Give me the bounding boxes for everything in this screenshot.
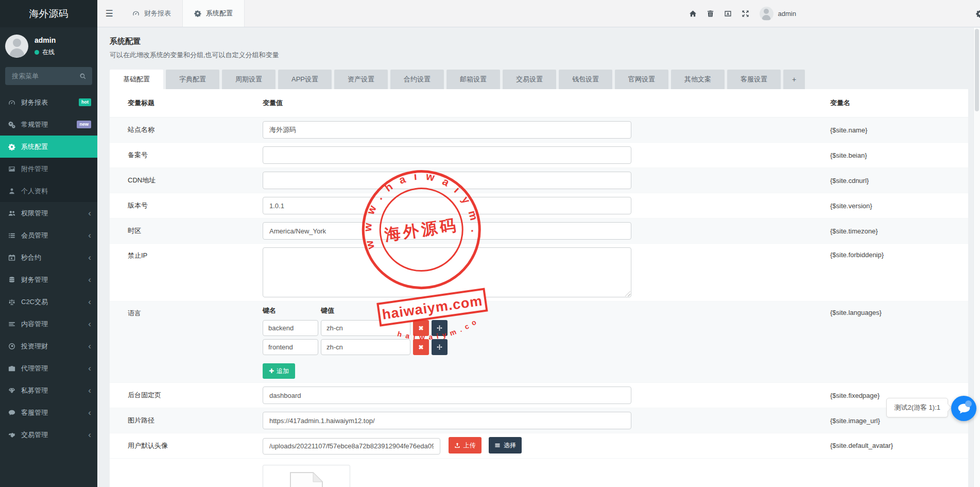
table-row: 备案号 {$site.beian} [110, 143, 968, 168]
sidebar-item-permissions[interactable]: 权限管理 ‹ [0, 202, 97, 224]
sidebar-username: admin [35, 36, 56, 44]
field-label: CDN地址 [128, 176, 263, 185]
scrollbar-thumb[interactable] [975, 29, 979, 111]
sidebar-item-attachments[interactable]: 附件管理 [0, 158, 97, 180]
page-subtitle: 可以在此增改系统的变量和分组,也可以自定义分组和变量 [110, 51, 968, 60]
avatar [5, 35, 28, 58]
tab-email-settings[interactable]: 邮箱设置 [446, 70, 500, 89]
translate-icon[interactable] [719, 10, 737, 18]
fullscreen-icon[interactable] [737, 10, 754, 18]
tab-dictionary-config[interactable]: 字典配置 [166, 70, 219, 89]
topbar-tab-finance-report[interactable]: 财务报表 [121, 0, 182, 27]
tab-website-settings[interactable]: 官网设置 [615, 70, 668, 89]
column-header-value: 变量值 [263, 98, 830, 108]
search-input[interactable] [11, 72, 79, 80]
chevron-left-icon: ‹ [88, 430, 91, 439]
delete-row-button[interactable]: ✖ [413, 320, 429, 336]
table-row [110, 459, 968, 487]
sidebar-item-c2c[interactable]: C2C交易 ‹ [0, 291, 97, 313]
add-tab-button[interactable]: + [783, 70, 805, 89]
tab-cycle-settings[interactable]: 周期设置 [222, 70, 276, 89]
kv-header: 键名 键值 [263, 306, 830, 315]
language-value-input[interactable] [321, 339, 410, 355]
sidebar-item-trading[interactable]: 交易管理 ‹ [0, 424, 97, 446]
field-label: 图片路径 [128, 416, 263, 425]
sidebar-item-customer-service[interactable]: 客服管理 ‹ [0, 401, 97, 424]
sidebar-item-members[interactable]: 会员管理 ‹ [0, 224, 97, 246]
vertical-scrollbar[interactable] [973, 28, 980, 487]
sidebar-item-general[interactable]: 常规管理 new [0, 113, 97, 136]
tab-app-settings[interactable]: APP设置 [278, 70, 332, 89]
sidebar-item-finance-report[interactable]: 财务报表 hot [0, 91, 97, 113]
gear-icon [8, 143, 15, 150]
gem-icon [8, 387, 15, 394]
topbar: ☰ 财务报表 系统配置 admin [97, 0, 980, 27]
choose-label: 选择 [504, 441, 516, 450]
sidebar-item-content[interactable]: 内容管理 ‹ [0, 313, 97, 335]
drag-row-button[interactable] [432, 339, 448, 355]
gear-icon[interactable] [976, 0, 980, 27]
app-logo[interactable]: 海外源码 [0, 0, 97, 27]
sidebar-item-label: C2C交易 [21, 297, 82, 307]
sidebar-item-agents[interactable]: 代理管理 ‹ [0, 357, 97, 379]
field-label: 后台固定页 [128, 391, 263, 400]
tab-other-texts[interactable]: 其他文案 [671, 70, 725, 89]
forbidden-ip-textarea[interactable] [263, 247, 631, 297]
table-header: 变量标题 变量值 变量名 [110, 89, 968, 117]
table-row: 站点名称 {$site.name} [110, 117, 968, 143]
sidebar-item-label: 投资理财 [21, 342, 82, 351]
sidebar-item-profile[interactable]: 个人资料 [0, 180, 97, 202]
timezone-input[interactable] [263, 222, 631, 240]
language-key-input[interactable] [263, 339, 318, 355]
config-panel: 变量标题 变量值 变量名 站点名称 {$site.name} 备案号 {$sit… [110, 89, 968, 487]
close-icon: ✖ [418, 344, 423, 351]
list-icon [8, 232, 15, 239]
table-row: 版本号 {$site.version} [110, 193, 968, 219]
topbar-user-menu[interactable]: admin [760, 7, 796, 21]
default-avatar-input[interactable] [263, 438, 440, 455]
topbar-tab-label: 财务报表 [144, 9, 171, 18]
sidebar-item-finance[interactable]: 财务管理 ‹ [0, 268, 97, 291]
chat-bubble-button[interactable] [951, 396, 976, 421]
topbar-username: admin [778, 10, 796, 18]
sidebar-item-second-contract[interactable]: 秒合约 ‹ [0, 246, 97, 268]
site-name-input[interactable] [263, 121, 631, 139]
image-icon [8, 165, 15, 173]
sidebar-item-system-config[interactable]: 系统配置 [0, 136, 97, 158]
append-button[interactable]: ✚ 追加 [263, 363, 295, 379]
chevron-left-icon: ‹ [88, 386, 91, 395]
image-url-input[interactable] [263, 412, 631, 429]
sidebar-item-private-fund[interactable]: 私募管理 ‹ [0, 379, 97, 401]
delete-row-button[interactable]: ✖ [413, 339, 429, 355]
upload-icon [454, 442, 460, 448]
database-icon [8, 276, 15, 283]
tab-basic-config[interactable]: 基础配置 [110, 70, 163, 89]
tab-contract-settings[interactable]: 合约设置 [390, 70, 444, 89]
list-icon [494, 442, 501, 448]
cdn-url-input[interactable] [263, 172, 631, 189]
language-value-input[interactable] [321, 320, 410, 336]
upload-button[interactable]: 上传 [449, 437, 482, 454]
language-key-input[interactable] [263, 320, 318, 336]
fixed-page-input[interactable] [263, 387, 631, 404]
calendar-icon [8, 254, 15, 261]
sidebar-item-invest[interactable]: 投资理财 ‹ [0, 335, 97, 357]
column-header-name: 变量名 [830, 98, 968, 108]
hamburger-icon[interactable]: ☰ [97, 0, 121, 27]
avatar-preview[interactable] [263, 465, 350, 487]
sidebar-item-label: 财务报表 [21, 98, 73, 107]
topbar-right: admin [684, 0, 797, 27]
tab-service-settings[interactable]: 客服设置 [727, 70, 781, 89]
version-input[interactable] [263, 197, 631, 214]
drag-row-button[interactable] [432, 320, 448, 336]
choose-button[interactable]: 选择 [489, 437, 522, 454]
trash-icon[interactable] [702, 10, 719, 18]
home-icon[interactable] [684, 10, 702, 18]
beian-input[interactable] [263, 146, 631, 164]
tab-asset-settings[interactable]: 资产设置 [334, 70, 388, 89]
tab-trade-settings[interactable]: 交易设置 [503, 70, 556, 89]
search-icon[interactable] [79, 73, 87, 80]
field-label: 站点名称 [128, 125, 263, 135]
tab-wallet-settings[interactable]: 钱包设置 [559, 70, 612, 89]
topbar-tab-system-config[interactable]: 系统配置 [182, 0, 245, 27]
